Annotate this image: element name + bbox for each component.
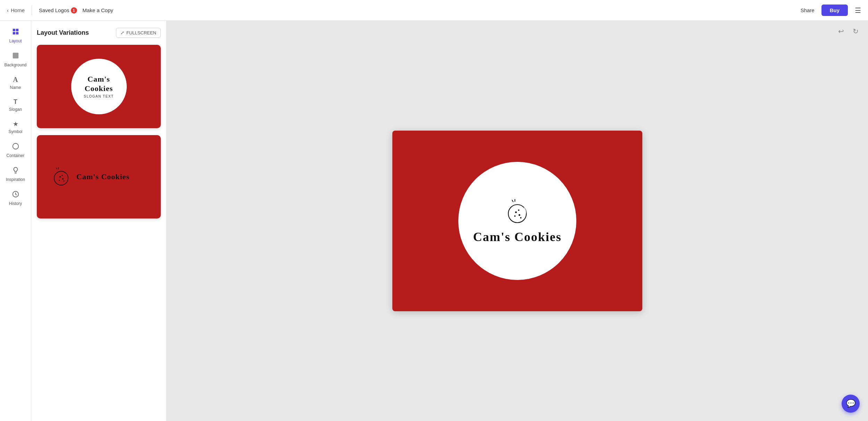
sidebar-item-inspiration[interactable]: Inspiration — [2, 163, 29, 185]
undo-button[interactable]: ↩ — [835, 26, 846, 37]
main-logo-preview[interactable]: Cam's Cookies — [392, 131, 642, 311]
main-logo-circle: Cam's Cookies — [458, 162, 576, 280]
svg-rect-1 — [16, 29, 18, 31]
fullscreen-button[interactable]: ⤢ FULLSCREEN — [116, 28, 161, 38]
svg-line-7 — [56, 168, 57, 169]
layout-icon — [12, 28, 19, 37]
svg-rect-0 — [12, 29, 15, 31]
saved-logos-label: Saved Logos — [39, 7, 69, 13]
make-copy-label: Make a Copy — [83, 7, 113, 13]
canvas-toolbar: ↩ ↻ — [835, 26, 861, 37]
svg-point-20 — [514, 215, 516, 217]
container-icon — [12, 142, 19, 152]
sidebar-item-background[interactable]: Background — [2, 48, 29, 71]
sidebar-item-history[interactable]: History — [2, 187, 29, 209]
cookie-icon-large — [503, 198, 531, 227]
chat-bubble-icon: 💬 — [846, 399, 856, 408]
cookie-icon-small — [51, 166, 72, 188]
sidebar-item-name-label: Name — [10, 85, 21, 90]
card1-brand-name: Cam's Cookies — [85, 75, 113, 93]
canvas-area: ↩ ↻ — [167, 21, 868, 421]
sidebar-item-container-label: Container — [6, 153, 24, 158]
buy-button[interactable]: Buy — [821, 5, 848, 16]
home-label: Home — [11, 7, 25, 13]
make-copy-link[interactable]: Make a Copy — [83, 7, 113, 13]
sidebar-item-layout-label: Layout — [9, 39, 22, 43]
svg-point-14 — [64, 181, 65, 182]
slogan-icon: T — [14, 98, 17, 106]
fullscreen-label: FULLSCREEN — [126, 30, 156, 35]
left-sidebar: Layout Background A Name T Slogan ★ Symb… — [0, 21, 31, 421]
svg-line-15 — [512, 200, 513, 202]
svg-point-18 — [515, 212, 517, 213]
layout-panel: Layout Variations ⤢ FULLSCREEN Cam's Coo… — [31, 21, 167, 421]
svg-point-22 — [520, 217, 521, 218]
svg-rect-4 — [12, 53, 18, 59]
layout-card-2[interactable]: Cam's Cookies — [37, 135, 161, 218]
card1-circle: Cam's Cookies Slogan Text — [71, 59, 127, 114]
svg-point-17 — [508, 205, 526, 223]
canvas-content: Cam's Cookies — [167, 21, 868, 421]
hamburger-menu-icon[interactable]: ☰ — [855, 6, 861, 15]
saved-logos-badge: 1 — [71, 7, 77, 14]
redo-button[interactable]: ↻ — [850, 26, 861, 37]
svg-rect-3 — [16, 32, 18, 34]
main-logo-name: Cam's Cookies — [473, 230, 561, 244]
svg-point-11 — [62, 178, 64, 180]
svg-rect-2 — [12, 32, 15, 34]
symbol-icon: ★ — [13, 120, 18, 128]
svg-point-10 — [59, 176, 61, 178]
name-icon: A — [13, 76, 18, 84]
sidebar-item-background-label: Background — [4, 63, 26, 67]
card1-slogan: Slogan Text — [84, 94, 114, 98]
svg-point-5 — [12, 143, 18, 149]
chat-bubble-button[interactable]: 💬 — [842, 395, 860, 413]
top-nav: ‹ Home Saved Logos 1 Make a Copy Share B… — [0, 0, 868, 21]
sidebar-item-symbol[interactable]: ★ Symbol — [2, 117, 29, 138]
sidebar-item-slogan-label: Slogan — [9, 107, 22, 112]
share-button[interactable]: Share — [801, 7, 815, 13]
sidebar-item-symbol-label: Symbol — [8, 129, 22, 134]
sidebar-item-slogan[interactable]: T Slogan — [2, 95, 29, 115]
home-link[interactable]: ‹ Home — [7, 7, 25, 13]
svg-point-12 — [59, 180, 60, 181]
panel-header: Layout Variations ⤢ FULLSCREEN — [37, 28, 161, 38]
sidebar-item-inspiration-label: Inspiration — [6, 177, 25, 182]
inspiration-icon — [12, 166, 19, 176]
card2-logo: Cam's Cookies — [51, 166, 130, 188]
back-arrow-icon: ‹ — [7, 7, 9, 13]
history-icon — [12, 190, 19, 200]
card2-brand-name: Cam's Cookies — [76, 172, 130, 181]
sidebar-item-container[interactable]: Container — [2, 139, 29, 162]
panel-title: Layout Variations — [37, 29, 89, 36]
svg-point-13 — [62, 175, 63, 176]
layout-card-1[interactable]: Cam's Cookies Slogan Text — [37, 45, 161, 128]
nav-right: Share Buy ☰ — [801, 5, 861, 16]
main-layout: Layout Background A Name T Slogan ★ Symb… — [0, 21, 868, 421]
sidebar-item-name[interactable]: A Name — [2, 72, 29, 93]
svg-point-21 — [518, 209, 519, 211]
saved-logos-link[interactable]: Saved Logos 1 — [39, 7, 77, 14]
svg-point-19 — [519, 214, 520, 216]
fullscreen-icon: ⤢ — [120, 30, 124, 35]
sidebar-item-history-label: History — [9, 201, 22, 206]
background-icon — [12, 52, 19, 61]
sidebar-item-layout[interactable]: Layout — [2, 24, 29, 47]
nav-divider — [32, 5, 32, 16]
